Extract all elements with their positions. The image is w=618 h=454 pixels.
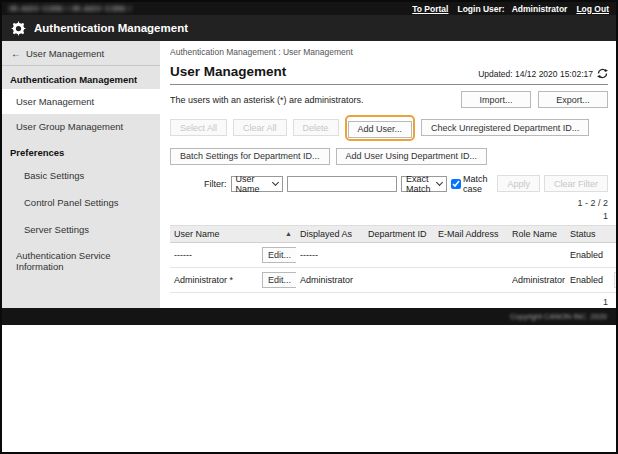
col-status: Status	[566, 225, 610, 242]
pagination-page-1[interactable]: 1	[170, 210, 608, 223]
cell-department-id	[364, 267, 434, 292]
filter-field-select[interactable]: User Name	[231, 176, 284, 192]
updated-timestamp: Updated: 14/12 2020 15:02:17	[478, 69, 593, 79]
col-displayed-as: Displayed As	[296, 225, 364, 242]
sidebar-section-preferences: Preferences	[2, 139, 160, 162]
pagination-page-1[interactable]: 1	[170, 296, 608, 308]
sidebar-item-user-management[interactable]: User Management	[2, 89, 160, 114]
clear-filter-button[interactable]: Clear Filter	[544, 175, 608, 192]
sort-ascending-icon[interactable]: ▲	[285, 230, 292, 237]
delete-button[interactable]: Delete	[293, 119, 339, 136]
footer-bar: Copyright CANON INC. 2020	[2, 308, 616, 325]
edit-button[interactable]: Edit...	[262, 247, 296, 263]
cell-role	[508, 242, 566, 267]
cell-status: Enabled	[566, 267, 610, 292]
table-row: Administrator * Edit... Administrator Ad…	[170, 267, 616, 292]
sidebar: ← User Management Authentication Managem…	[2, 41, 160, 308]
import-button[interactable]: Import...	[461, 91, 531, 108]
batch-settings-department-id-button[interactable]: Batch Settings for Department ID...	[170, 148, 330, 165]
login-user-label: Login User:	[457, 4, 504, 14]
cell-user-name: Administrator *	[170, 267, 258, 292]
disable-button[interactable]: Disable	[614, 272, 616, 288]
page-title: User Management	[170, 64, 286, 79]
sidebar-section-authentication-management: Authentication Management	[2, 66, 160, 89]
match-case-checkbox[interactable]	[451, 179, 461, 189]
breadcrumb: Authentication Management : User Managem…	[170, 47, 608, 57]
chevron-down-icon	[436, 178, 443, 185]
sidebar-item-server-settings[interactable]: Server Settings	[2, 216, 160, 243]
col-user-name: User Name	[174, 229, 220, 239]
col-role-name: Role Name	[508, 225, 566, 242]
sidebar-item-user-group-management[interactable]: User Group Management	[2, 114, 160, 139]
select-all-button[interactable]: Select All	[170, 119, 227, 136]
user-table: User Name ▲ Displayed As Department ID E…	[170, 225, 616, 293]
pagination-bottom: 1 1 - 2 / 2	[170, 296, 608, 308]
cell-role: Administrator	[508, 267, 566, 292]
cell-status: Enabled	[566, 242, 610, 267]
table-header-row: User Name ▲ Displayed As Department ID E…	[170, 225, 616, 242]
table-row: ------ Edit... ------ Enabled	[170, 242, 616, 267]
clear-all-button[interactable]: Clear All	[233, 119, 287, 136]
login-user-value: Administrator	[512, 4, 568, 14]
match-case-label: Match case	[463, 174, 490, 194]
app-header: Authentication Management	[2, 15, 616, 41]
sidebar-back-user-management[interactable]: ← User Management	[2, 41, 160, 66]
cell-user-name: ------	[170, 242, 258, 267]
cell-email	[434, 267, 508, 292]
filter-label: Filter:	[204, 179, 227, 189]
sidebar-item-authentication-service-information[interactable]: Authentication Service Information	[2, 243, 160, 279]
device-name-redacted: iR-ADV C356 / iR-ADV C356 /	[9, 4, 131, 13]
col-email-address: E-Mail Address	[434, 225, 508, 242]
apply-button[interactable]: Apply	[497, 175, 540, 192]
to-portal-link[interactable]: To Portal	[412, 4, 448, 14]
cell-department-id	[364, 242, 434, 267]
cell-displayed-as: ------	[296, 242, 364, 267]
add-user-button[interactable]: Add User...	[348, 121, 413, 138]
app-title: Authentication Management	[34, 22, 188, 34]
chevron-down-icon	[272, 178, 279, 185]
check-unregistered-department-id-button[interactable]: Check Unregistered Department ID...	[421, 119, 589, 136]
add-user-highlight-ring: Add User...	[345, 115, 416, 141]
refresh-icon[interactable]	[597, 68, 608, 79]
pagination-top: 1 - 2 / 2 1	[170, 197, 608, 223]
col-department-id: Department ID	[364, 225, 434, 242]
filter-text-input[interactable]	[287, 176, 397, 192]
main-panel: Authentication Management : User Managem…	[160, 41, 616, 308]
filter-match-select[interactable]: Exact Match	[401, 176, 447, 192]
admin-asterisk-note: The users with an asterisk (*) are admin…	[170, 95, 364, 105]
sidebar-item-control-panel-settings[interactable]: Control Panel Settings	[2, 189, 160, 216]
cell-email	[434, 242, 508, 267]
remote-ui-window: iR-ADV C356 / iR-ADV C356 / To Portal Lo…	[0, 0, 618, 454]
gear-icon	[11, 21, 26, 36]
logout-link[interactable]: Log Out	[576, 4, 609, 14]
copyright-redacted: Copyright CANON INC. 2020	[510, 312, 607, 321]
pagination-range: 1 - 2 / 2	[170, 197, 608, 210]
edit-button[interactable]: Edit...	[262, 272, 296, 288]
empty-area	[2, 325, 616, 452]
export-button[interactable]: Export...	[538, 91, 608, 108]
cell-displayed-as: Administrator	[296, 267, 364, 292]
top-bar: iR-ADV C356 / iR-ADV C356 / To Portal Lo…	[2, 2, 616, 15]
sidebar-item-basic-settings[interactable]: Basic Settings	[2, 162, 160, 189]
back-arrow-icon: ←	[11, 49, 21, 59]
add-user-using-department-id-button[interactable]: Add User Using Department ID...	[336, 148, 488, 165]
